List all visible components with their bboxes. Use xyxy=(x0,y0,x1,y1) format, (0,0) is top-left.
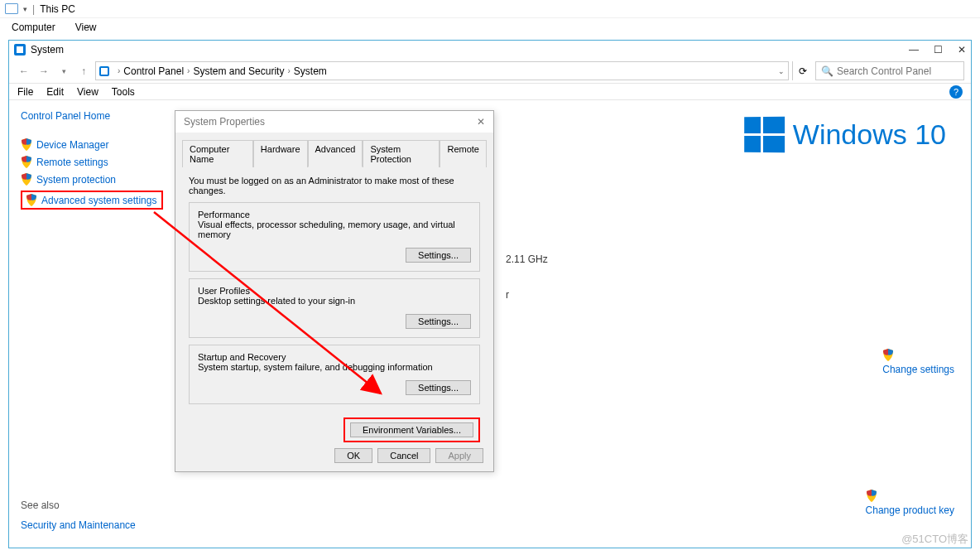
crumb-2[interactable]: System xyxy=(294,65,327,77)
menu-tools[interactable]: Tools xyxy=(112,86,135,98)
address-dropdown[interactable]: ⌄ xyxy=(778,67,785,75)
user-profiles-group: User Profiles Desktop settings related t… xyxy=(189,278,480,338)
maximize-button[interactable]: ☐ xyxy=(934,44,943,56)
sidebar: Control Panel Home Device Manager Remote… xyxy=(9,100,175,548)
system-titlebar: System — ☐ ✕ xyxy=(9,41,971,59)
ok-button[interactable]: OK xyxy=(334,448,372,463)
shield-icon xyxy=(26,194,36,206)
control-panel-home-link[interactable]: Control Panel Home xyxy=(21,110,163,122)
system-icon xyxy=(14,44,26,56)
system-properties-dialog: System Properties ✕ Computer Name Hardwa… xyxy=(175,110,494,472)
help-button[interactable]: ? xyxy=(949,85,963,99)
change-product-key-link[interactable]: Change product key xyxy=(866,504,954,516)
dialog-tabs: Computer Name Hardware Advanced System P… xyxy=(182,139,487,167)
nav-up-button[interactable]: ↑ xyxy=(75,63,92,80)
document-icon xyxy=(5,3,18,14)
environment-variables-button[interactable]: Environment Variables... xyxy=(350,422,473,437)
tab-computer-name[interactable]: Computer Name xyxy=(182,140,253,167)
admin-notice: You must be logged on as an Administrato… xyxy=(189,176,480,195)
tab-advanced[interactable]: Advanced xyxy=(308,140,363,167)
tab-hardware[interactable]: Hardware xyxy=(253,140,308,167)
crumb-1[interactable]: System and Security xyxy=(193,65,284,77)
cancel-button[interactable]: Cancel xyxy=(377,448,430,463)
sidebar-item-system-protection[interactable]: System protection xyxy=(21,173,163,186)
shield-icon xyxy=(21,156,31,168)
nav-forward-button[interactable]: → xyxy=(36,63,52,80)
shield-icon xyxy=(21,138,31,151)
address-row: ← → ▾ ↑ › Control Panel › System and Sec… xyxy=(9,59,971,84)
nav-recent-dropdown[interactable]: ▾ xyxy=(55,63,72,80)
menu-view[interactable]: View xyxy=(77,86,98,98)
shield-icon xyxy=(21,173,31,186)
processor-freq: 2.11 GHz xyxy=(506,253,548,265)
address-bar[interactable]: › Control Panel › System and Security › … xyxy=(95,61,789,80)
tab-system-protection[interactable]: System Protection xyxy=(363,140,440,167)
dialog-close-button[interactable]: ✕ xyxy=(477,116,485,128)
apply-button[interactable]: Apply xyxy=(435,448,483,463)
window-title: This PC xyxy=(40,3,75,15)
windows-logo-icon xyxy=(744,117,785,152)
dialog-footer: OK Cancel Apply xyxy=(334,448,483,463)
see-also-heading: See also xyxy=(21,499,163,511)
startup-recovery-group: Startup and Recovery System startup, sys… xyxy=(189,345,480,404)
nav-back-button[interactable]: ← xyxy=(16,63,32,80)
security-maintenance-link[interactable]: Security and Maintenance xyxy=(21,519,136,531)
ribbon-tabs: Computer View xyxy=(0,18,980,36)
search-icon: 🔍 xyxy=(821,65,833,77)
search-box[interactable]: 🔍 xyxy=(815,61,964,80)
dialog-body: You must be logged on as an Administrato… xyxy=(175,167,493,451)
quick-access-dropdown[interactable]: ▾ xyxy=(23,5,27,13)
watermark: @51CTO博客 xyxy=(901,532,968,547)
dialog-titlebar: System Properties ✕ xyxy=(175,111,493,133)
system-icon xyxy=(99,66,109,76)
menu-file[interactable]: File xyxy=(17,86,33,98)
sidebar-item-device-manager[interactable]: Device Manager xyxy=(21,138,163,151)
shield-icon xyxy=(882,349,893,361)
system-title: System xyxy=(31,44,64,56)
performance-settings-button[interactable]: Settings... xyxy=(406,248,471,263)
sidebar-item-advanced-system-settings[interactable]: Advanced system settings xyxy=(21,191,163,210)
windows-10-branding: Windows 10 xyxy=(744,117,946,152)
explorer-titlebar: ▾ | This PC xyxy=(0,0,980,18)
startup-recovery-settings-button[interactable]: Settings... xyxy=(406,380,471,395)
close-button[interactable]: ✕ xyxy=(958,44,966,56)
refresh-button[interactable]: ⟳ xyxy=(792,61,812,80)
performance-group: Performance Visual effects, processor sc… xyxy=(189,202,480,272)
sidebar-item-remote-settings[interactable]: Remote settings xyxy=(21,156,163,168)
search-input[interactable] xyxy=(837,65,958,77)
menu-edit[interactable]: Edit xyxy=(46,86,64,98)
tab-computer[interactable]: Computer xyxy=(12,22,55,33)
minimize-button[interactable]: — xyxy=(909,44,919,56)
tab-remote[interactable]: Remote xyxy=(440,140,487,167)
menu-bar: File Edit View Tools ? xyxy=(9,84,971,100)
crumb-0[interactable]: Control Panel xyxy=(123,65,184,77)
user-profiles-settings-button[interactable]: Settings... xyxy=(406,314,471,329)
change-settings-link[interactable]: Change settings xyxy=(882,364,954,375)
tab-view[interactable]: View xyxy=(75,22,97,33)
shield-icon xyxy=(866,490,877,502)
